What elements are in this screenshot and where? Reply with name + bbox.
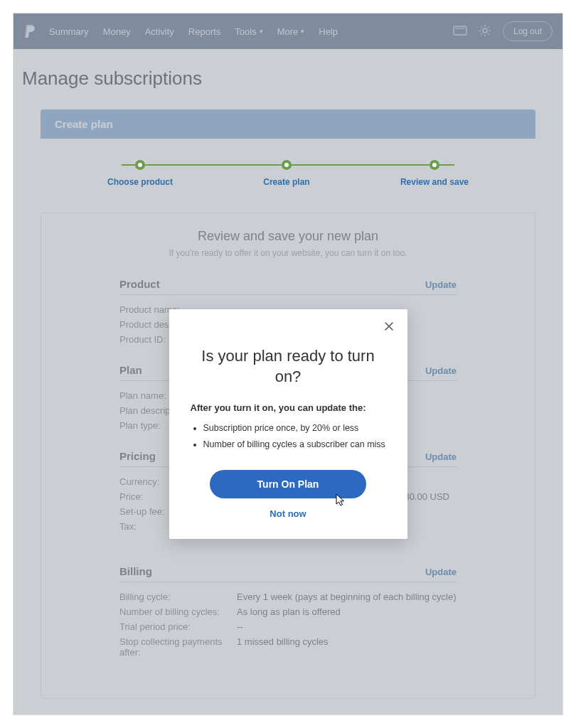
checkmark-icon [430, 160, 439, 170]
step-review-save: Review and save [400, 160, 469, 187]
modal-overlay: Is your plan ready to turn on? After you… [14, 14, 562, 714]
checkmark-icon [282, 160, 292, 170]
progress-stepper: Choose product Create plan Review and sa… [107, 160, 469, 187]
step-label: Choose product [107, 177, 173, 187]
step-choose-product: Choose product [107, 160, 173, 187]
modal-bullet: Subscription price once, by 20% or less [203, 422, 386, 435]
turn-on-plan-modal: Is your plan ready to turn on? After you… [169, 309, 407, 539]
modal-bullet-list: Subscription price once, by 20% or less … [191, 422, 386, 451]
not-now-link[interactable]: Not now [191, 508, 386, 519]
modal-title: Is your plan ready to turn on? [191, 346, 386, 387]
step-label: Create plan [263, 177, 309, 187]
step-label: Review and save [400, 177, 469, 187]
step-create-plan: Create plan [263, 160, 309, 187]
turn-on-plan-button[interactable]: Turn On Plan [210, 470, 366, 498]
checkmark-icon [135, 160, 145, 170]
modal-bullet: Number of billing cycles a subscriber ca… [203, 438, 386, 451]
close-icon[interactable] [383, 321, 395, 335]
modal-subtitle: After you turn it on, you can update the… [191, 402, 386, 413]
